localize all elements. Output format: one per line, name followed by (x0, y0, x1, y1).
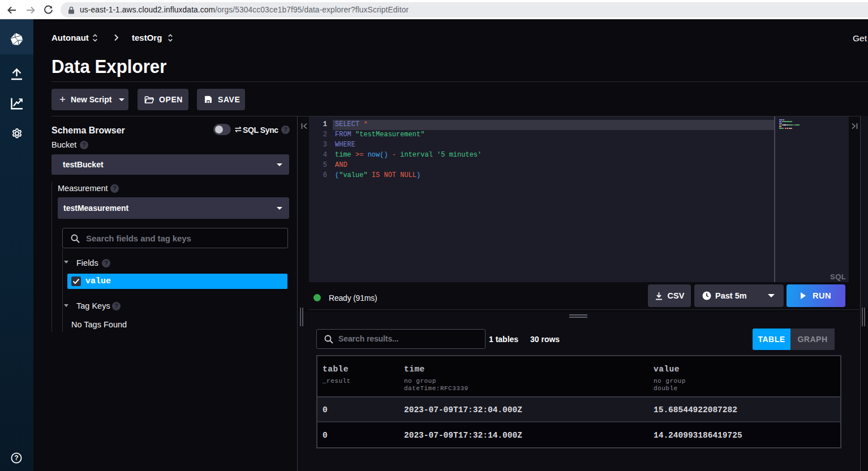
svg-text:?: ? (14, 454, 18, 462)
